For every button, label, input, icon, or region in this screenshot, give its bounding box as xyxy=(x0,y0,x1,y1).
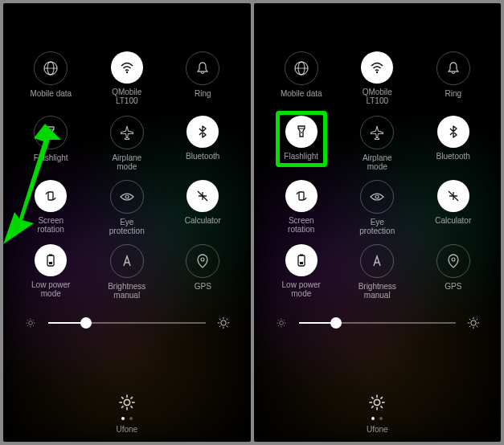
calc-icon xyxy=(437,180,469,212)
page-indicator xyxy=(371,417,383,420)
tile-bluetooth[interactable]: Bluetooth xyxy=(416,116,492,172)
tile-label: Brightness manual xyxy=(108,282,145,300)
brightness-thumb[interactable] xyxy=(80,317,92,329)
bluetooth-icon xyxy=(437,116,469,148)
tile-label: Mobile data xyxy=(30,89,72,98)
tile-brightmanual[interactable]: Brightness manual xyxy=(89,244,166,300)
tile-label: Low power mode xyxy=(31,280,70,298)
quick-settings-panel: Mobile dataQMobile LT100RingFlashlightAi… xyxy=(3,3,251,442)
tile-label: QMobile LT100 xyxy=(112,88,141,105)
calc-icon xyxy=(186,180,219,212)
globe-icon xyxy=(34,51,68,85)
tile-label: Ring xyxy=(445,89,461,98)
tile-label: Mobile data xyxy=(281,89,322,98)
globe-icon xyxy=(285,51,318,85)
tile-gps[interactable]: GPS xyxy=(165,244,241,300)
tile-mobile-data[interactable]: Mobile data xyxy=(13,51,89,108)
tile-flashlight[interactable]: Flashlight xyxy=(13,116,89,172)
tile-label: Flashlight xyxy=(284,152,318,161)
flashlight-icon xyxy=(285,116,318,148)
tile-label: Airplane mode xyxy=(112,153,141,171)
tile-label: Screen rotation xyxy=(38,216,64,234)
tile-eye[interactable]: Eye protection xyxy=(339,180,416,236)
tile-label: Flashlight xyxy=(34,153,68,162)
gps-icon xyxy=(186,244,219,278)
wifi-icon xyxy=(361,51,393,84)
rotation-icon xyxy=(285,180,318,212)
rotation-icon xyxy=(35,180,67,212)
tile-label: Ring xyxy=(195,89,211,98)
brightness-high-icon xyxy=(467,316,480,329)
tile-lowpower[interactable]: Low power mode xyxy=(13,244,89,300)
tile-bluetooth[interactable]: Bluetooth xyxy=(165,116,241,172)
tile-label: Calculator xyxy=(435,216,471,225)
bell-icon xyxy=(436,51,470,85)
tile-wifi[interactable]: QMobile LT100 xyxy=(89,51,166,108)
brightness-high-icon xyxy=(217,316,230,329)
tile-brightmanual[interactable]: Brightness manual xyxy=(339,244,416,300)
eye-icon xyxy=(360,180,394,214)
tiles-grid: Mobile dataQMobile LT100RingFlashlightAi… xyxy=(254,3,502,300)
tile-label: GPS xyxy=(195,282,211,291)
settings-gear-button[interactable] xyxy=(367,393,387,412)
tiles-grid: Mobile dataQMobile LT100RingFlashlightAi… xyxy=(3,3,251,300)
brightness-track[interactable] xyxy=(48,322,206,324)
tile-gps[interactable]: GPS xyxy=(416,244,492,300)
brightness-track[interactable] xyxy=(299,322,457,324)
tile-label: Bluetooth xyxy=(436,152,470,161)
flashlight-icon xyxy=(34,116,68,149)
tile-lowpower[interactable]: Low power mode xyxy=(264,244,340,300)
tile-label: Brightness manual xyxy=(359,282,396,300)
tile-label: GPS xyxy=(445,282,461,291)
battery-icon xyxy=(285,244,318,276)
brightness-low-icon xyxy=(275,316,288,329)
page-indicator xyxy=(121,417,133,420)
tile-label: Airplane mode xyxy=(363,153,392,171)
tile-label: Calculator xyxy=(185,216,221,225)
airplane-icon xyxy=(360,116,394,149)
tile-flashlight[interactable]: Flashlight xyxy=(264,116,340,172)
tile-rotation[interactable]: Screen rotation xyxy=(13,180,89,236)
tile-ring[interactable]: Ring xyxy=(165,51,241,108)
tile-eye[interactable]: Eye protection xyxy=(89,180,166,236)
auto-a-icon xyxy=(110,244,144,278)
tile-rotation[interactable]: Screen rotation xyxy=(264,180,340,236)
brightness-slider[interactable] xyxy=(3,300,251,329)
bluetooth-icon xyxy=(186,116,219,148)
tile-calc[interactable]: Calculator xyxy=(165,180,241,236)
brightness-thumb[interactable] xyxy=(330,317,342,329)
eye-icon xyxy=(110,180,144,214)
quick-settings-panel: Mobile dataQMobile LT100RingFlashlightAi… xyxy=(254,3,502,442)
brightness-low-icon xyxy=(24,316,37,329)
airplane-icon xyxy=(110,116,144,149)
tile-label: Eye protection xyxy=(109,218,145,235)
settings-gear-button[interactable] xyxy=(117,393,137,412)
tile-label: Bluetooth xyxy=(186,152,219,161)
tile-airplane[interactable]: Airplane mode xyxy=(339,116,416,172)
brightness-slider[interactable] xyxy=(254,300,502,329)
gps-icon xyxy=(436,244,470,278)
tile-calc[interactable]: Calculator xyxy=(416,180,492,236)
tile-airplane[interactable]: Airplane mode xyxy=(89,116,166,172)
bell-icon xyxy=(186,51,219,85)
auto-a-icon xyxy=(360,244,394,278)
wifi-icon xyxy=(111,51,143,84)
tile-label: Screen rotation xyxy=(288,216,314,234)
carrier-label: Ufone xyxy=(367,425,388,434)
tile-label: QMobile LT100 xyxy=(363,88,392,105)
tile-ring[interactable]: Ring xyxy=(416,51,492,108)
tile-label: Eye protection xyxy=(359,218,395,235)
tile-mobile-data[interactable]: Mobile data xyxy=(264,51,340,108)
carrier-label: Ufone xyxy=(116,425,137,434)
tile-label: Low power mode xyxy=(282,280,321,298)
battery-icon xyxy=(35,244,67,276)
tile-wifi[interactable]: QMobile LT100 xyxy=(339,51,416,108)
